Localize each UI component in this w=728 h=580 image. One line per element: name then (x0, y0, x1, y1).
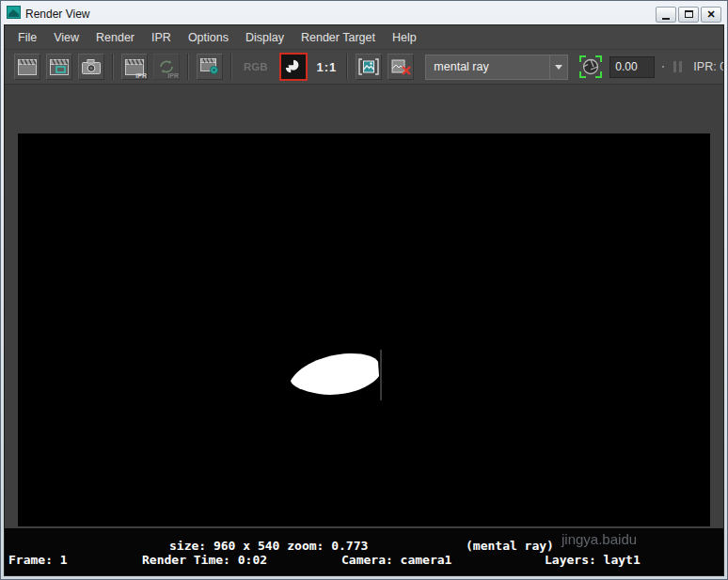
renderer-dropdown[interactable]: mental ray (425, 55, 568, 80)
app-icon (7, 6, 21, 23)
renderer-dropdown-arrow[interactable] (549, 55, 568, 80)
minimize-icon (662, 18, 670, 20)
menu-help[interactable]: Help (384, 25, 425, 50)
status-layers: Layers: layt1 (545, 553, 641, 567)
alpha-channel-button[interactable] (279, 53, 308, 81)
toolbar-separator (230, 54, 232, 80)
status-render-time: Render Time: 0:02 (142, 553, 267, 567)
close-button[interactable]: ✕ (701, 7, 721, 23)
render-view-window: Render View ✕ File View Render IPR Optio… (0, 0, 728, 580)
render-settings-button[interactable] (197, 54, 223, 80)
menu-render-target[interactable]: Render Target (293, 25, 384, 50)
status-frame: Frame: 1 (8, 553, 68, 567)
menu-view[interactable]: View (45, 25, 87, 50)
toolbar-separator (346, 54, 348, 80)
menubar: File View Render IPR Options Display Ren… (5, 25, 723, 50)
renderer-dropdown-value[interactable]: mental ray (425, 55, 549, 80)
toolbar-separator (112, 54, 114, 80)
one-to-one-button[interactable]: 1:1 (317, 60, 338, 74)
status-size-zoom: size: 960 x 540 zoom: 0.773 (169, 539, 368, 553)
rgb-channels-button[interactable]: RGB (244, 61, 268, 72)
exposure-toggle-button[interactable] (578, 54, 604, 80)
window-controls: ✕ (656, 7, 721, 23)
watermark: jingya.baidu (562, 531, 637, 547)
render-region-button[interactable] (46, 54, 72, 80)
renderer-name: mental ray (434, 60, 488, 73)
menu-file[interactable]: File (9, 25, 45, 50)
window-title: Render View (25, 8, 89, 21)
minimize-button[interactable] (656, 7, 676, 23)
chevron-down-icon (555, 65, 562, 70)
exposure-field[interactable] (609, 56, 655, 78)
ipr-render-button[interactable]: IPR (121, 54, 148, 80)
ipr-refresh-region-button[interactable]: IPR (153, 54, 180, 80)
camera-icon (82, 59, 101, 74)
remove-image-button[interactable] (388, 54, 414, 80)
toolbar: IPR IPR (5, 50, 723, 85)
render-settings-icon (200, 58, 219, 75)
render-canvas[interactable] (18, 133, 710, 526)
render-clapperboard-icon (18, 59, 37, 75)
menu-ipr[interactable]: IPR (143, 25, 180, 50)
maximize-icon (685, 10, 693, 18)
keep-image-icon (358, 58, 379, 75)
menu-options[interactable]: Options (180, 25, 237, 50)
status-bar: size: 960 x 540 zoom: 0.773 (mental ray)… (5, 528, 723, 575)
menu-display[interactable]: Display (237, 25, 293, 50)
exploded-pie-icon (284, 57, 303, 76)
aperture-green-brackets-icon (578, 55, 603, 79)
pause-icon (673, 61, 676, 72)
rendered-object (18, 133, 712, 526)
ipr-mini-label: IPR (135, 72, 147, 79)
pause-ipr-button[interactable] (673, 61, 682, 72)
titlebar[interactable]: Render View ✕ (4, 4, 724, 24)
keep-image-button[interactable] (356, 54, 382, 80)
snapshot-button[interactable] (78, 54, 104, 80)
maximize-button[interactable] (678, 7, 699, 23)
render-area (5, 85, 723, 528)
toolbar-separator (187, 54, 189, 80)
ipr-memory-label: IPR: 0MB (693, 60, 724, 73)
render-region-icon (50, 59, 69, 75)
remove-image-icon (390, 58, 411, 75)
menu-render[interactable]: Render (87, 25, 143, 50)
render-button[interactable] (14, 54, 40, 80)
status-camera: Camera: camera1 (341, 553, 451, 567)
close-icon: ✕ (706, 9, 715, 20)
render-view-app: File View Render IPR Options Display Ren… (4, 24, 724, 576)
slider-dot (662, 66, 664, 68)
status-renderer: (mental ray) (466, 539, 554, 553)
ipr-mini-label-2: IPR (167, 72, 179, 79)
